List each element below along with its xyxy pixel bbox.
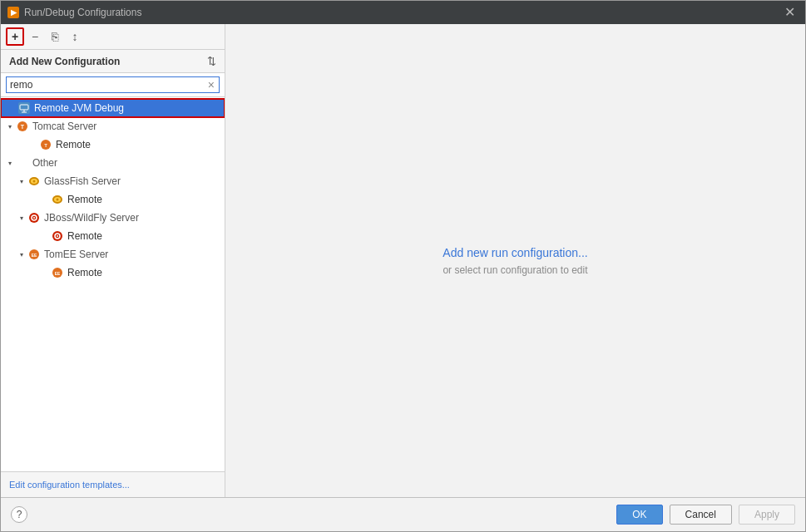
sort-icon: ↕ (72, 30, 78, 43)
search-area: × (1, 73, 225, 97)
jboss-remote-icon (51, 229, 64, 243)
left-panel: + − ⎘ ↕ Add New Configuration ⇅ (1, 24, 225, 497)
help-button[interactable]: ? (11, 506, 27, 523)
expand-arrow-jboss (16, 212, 27, 224)
sort-configurations-button[interactable]: ↕ (66, 27, 84, 46)
tree-item-glassfish[interactable]: GlassFish Server (1, 172, 225, 190)
jboss-icon (27, 211, 41, 224)
title-bar-left: ▶ Run/Debug Configurations (7, 7, 141, 18)
tree-item-tomee[interactable]: EE TomEE Server (1, 245, 225, 264)
glassfish-icon (27, 175, 41, 188)
svg-text:EE: EE (55, 271, 61, 276)
jboss-label: JBoss/WildFly Server (44, 212, 218, 224)
tomee-remote-icon: EE (51, 266, 64, 279)
tree-item-glassfish-remote[interactable]: Remote (1, 190, 225, 209)
app-icon: ▶ (7, 7, 19, 18)
bottom-link-area: Edit configuration templates... (1, 471, 225, 497)
other-icon (16, 156, 29, 170)
other-label: Other (32, 157, 218, 169)
tomcat-remote-label: Remote (56, 139, 218, 150)
footer-buttons: OK Cancel Apply (616, 505, 795, 525)
apply-button[interactable]: Apply (739, 505, 795, 525)
add-new-header: Add New Configuration ⇅ (1, 50, 225, 73)
copy-configuration-button[interactable]: ⎘ (46, 27, 64, 46)
search-clear-button[interactable]: × (208, 79, 215, 91)
close-button[interactable]: ✕ (781, 4, 799, 21)
svg-point-10 (33, 180, 36, 183)
search-input[interactable] (6, 76, 220, 93)
ok-button[interactable]: OK (616, 505, 662, 525)
expand-arrow (6, 102, 17, 114)
expand-arrow-other (4, 157, 16, 169)
tomcat-remote-icon: T (39, 138, 52, 151)
tomee-icon: EE (27, 248, 41, 261)
right-panel: Add new run configuration... or select r… (225, 24, 805, 497)
glassfish-remote-label: Remote (67, 194, 218, 205)
title-bar: ▶ Run/Debug Configurations ✕ (1, 1, 805, 24)
tree-item-tomcat-server[interactable]: T Tomcat Server (1, 117, 225, 135)
expand-arrow-tomcat (4, 121, 16, 132)
cancel-button[interactable]: Cancel (670, 505, 732, 525)
footer-left: ? (11, 506, 27, 523)
delete-configuration-button[interactable]: − (26, 27, 44, 46)
svg-text:EE: EE (32, 253, 37, 258)
add-new-label: Add New Configuration (9, 56, 120, 67)
expand-arrow (39, 230, 51, 242)
copy-icon: ⎘ (52, 30, 58, 43)
jboss-remote-label: Remote (67, 230, 218, 242)
svg-text:T: T (44, 143, 47, 148)
toolbar: + − ⎘ ↕ (1, 24, 225, 50)
expand-arrow-glassfish (16, 175, 27, 187)
content-area: + − ⎘ ↕ Add New Configuration ⇅ (1, 24, 805, 497)
glassfish-label: GlassFish Server (44, 175, 218, 187)
tree-item-tomcat-remote[interactable]: T Remote (1, 135, 225, 154)
tree-item-tomee-remote[interactable]: EE Remote (1, 264, 225, 282)
svg-point-19 (57, 235, 58, 237)
configuration-tree: Remote JVM Debug T Tomcat Server (1, 97, 225, 471)
tomcat-icon: T (16, 120, 29, 133)
tomee-label: TomEE Server (44, 249, 218, 260)
svg-point-16 (33, 217, 35, 219)
or-select-label: or select run configuration to edit (443, 264, 587, 276)
tree-item-jboss[interactable]: JBoss/WildFly Server (1, 209, 225, 227)
expand-arrow-tomee (16, 249, 27, 260)
svg-text:T: T (21, 124, 25, 130)
add-configuration-button[interactable]: + (6, 27, 24, 46)
expand-arrow (39, 267, 51, 278)
tree-item-other[interactable]: Other (1, 154, 225, 172)
remote-jvm-icon (17, 101, 31, 115)
add-run-config-link[interactable]: Add new run configuration... (443, 246, 587, 259)
tree-item-jboss-remote[interactable]: Remote (1, 227, 225, 245)
tree-item-remote-jvm-debug[interactable]: Remote JVM Debug (1, 99, 225, 117)
expand-arrow (39, 194, 51, 205)
remote-jvm-label: Remote JVM Debug (34, 102, 218, 114)
expand-arrow (27, 139, 39, 150)
tomee-remote-label: Remote (67, 267, 218, 278)
run-debug-configurations-dialog: ▶ Run/Debug Configurations ✕ + − ⎘ ↕ (0, 0, 806, 532)
glassfish-remote-icon (51, 193, 64, 206)
filter-icon: ⇅ (207, 55, 216, 67)
footer: ? OK Cancel Apply (1, 497, 805, 531)
svg-point-13 (57, 199, 59, 201)
tomcat-server-label: Tomcat Server (32, 121, 218, 132)
edit-templates-link[interactable]: Edit configuration templates... (9, 480, 130, 490)
dialog-title: Run/Debug Configurations (24, 7, 141, 18)
